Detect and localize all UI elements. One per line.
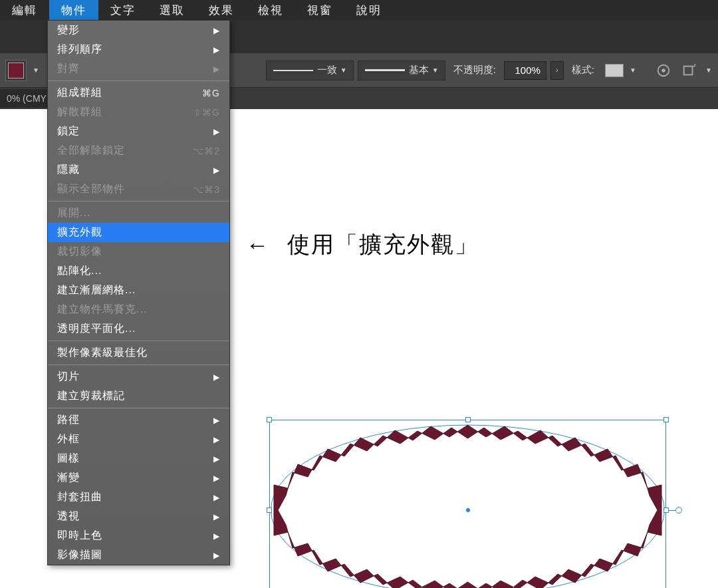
menu-item[interactable]: 排列順序▶	[48, 40, 229, 59]
menu-edit[interactable]: 編輯	[0, 0, 49, 20]
menu-item: 顯示全部物件⌥⌘3	[48, 180, 229, 199]
menu-separator	[48, 365, 229, 365]
menu-help[interactable]: 說明	[344, 0, 394, 20]
menu-item-label: 圖樣	[57, 452, 213, 466]
opacity-label: 不透明度:	[453, 64, 496, 76]
top-menubar: 編輯 物件 文字 選取 效果 檢視 視窗 說明	[0, 0, 718, 20]
menu-item-label: 即時上色	[57, 529, 213, 543]
stroke-profile-label: 一致	[317, 64, 337, 76]
menu-item: 對齊▶	[48, 59, 229, 78]
resize-handle-ml[interactable]	[267, 508, 272, 513]
stroke-profile-dropdown[interactable]: 一致 ▼	[266, 61, 354, 80]
menu-item-label: 切片	[57, 370, 213, 384]
resize-handle-tr[interactable]	[663, 417, 669, 422]
menu-item[interactable]: 擴充外觀	[48, 223, 229, 242]
menu-view[interactable]: 檢視	[246, 0, 295, 20]
submenu-arrow-icon: ▶	[213, 454, 220, 464]
submenu-arrow-icon: ▶	[213, 416, 220, 425]
menu-item[interactable]: 影像描圖▶	[48, 545, 229, 565]
chevron-down-icon: ▼	[338, 63, 349, 78]
menu-item-label: 鎖定	[57, 124, 213, 138]
rotate-handle[interactable]	[675, 507, 682, 514]
stroke-type-label: 基本	[409, 64, 429, 76]
menu-item-label: 外框	[57, 432, 213, 446]
submenu-arrow-icon: ▶	[213, 166, 220, 175]
menu-select[interactable]: 選取	[148, 0, 197, 20]
submenu-arrow-icon: ▶	[213, 372, 220, 382]
menu-item-label: 建立物件馬賽克...	[57, 303, 220, 317]
menu-item-label: 隱藏	[57, 163, 213, 177]
submenu-arrow-icon: ▶	[213, 435, 220, 444]
menu-item-label: 展開...	[57, 206, 220, 220]
menu-item-label: 封套扭曲	[57, 490, 213, 504]
menu-item: 建立物件馬賽克...	[48, 300, 229, 319]
menu-item[interactable]: 製作像素級最佳化	[48, 343, 229, 363]
menu-item[interactable]: 隱藏▶	[48, 160, 229, 180]
menu-item[interactable]: 封套扭曲▶	[48, 488, 229, 507]
menu-item[interactable]: 漸變▶	[48, 468, 229, 488]
menu-item-label: 製作像素級最佳化	[57, 346, 220, 360]
selection-rect	[269, 420, 666, 588]
menu-item-label: 漸變	[57, 471, 213, 485]
graphic-style-swatch[interactable]	[605, 64, 624, 77]
menu-item-label: 點陣化...	[57, 264, 220, 278]
svg-rect-2	[684, 66, 693, 74]
menu-item[interactable]: 透明度平面化...	[48, 319, 229, 339]
document-tab-partial[interactable]: 0% (CMY	[0, 89, 53, 108]
menu-window[interactable]: 視窗	[295, 0, 344, 20]
menu-item[interactable]: 外框▶	[48, 430, 229, 449]
selection-center-icon	[466, 508, 470, 512]
chevron-down-icon[interactable]: ▼	[628, 63, 638, 78]
menu-separator	[48, 80, 229, 81]
recolor-artwork-icon[interactable]	[653, 60, 674, 81]
submenu-arrow-icon: ▶	[213, 45, 220, 55]
submenu-arrow-icon: ▶	[213, 551, 220, 560]
resize-handle-mr[interactable]	[663, 508, 669, 513]
menu-item-label: 全部解除鎖定	[57, 144, 193, 158]
menu-item-shortcut: ⌘G	[202, 88, 220, 98]
menu-item[interactable]: 路徑▶	[48, 410, 229, 430]
menu-type[interactable]: 文字	[98, 0, 148, 20]
menu-item: 裁切影像	[48, 242, 229, 261]
style-label: 樣式:	[572, 64, 594, 76]
document-setup-icon[interactable]	[678, 60, 699, 81]
submenu-arrow-icon: ▶	[213, 127, 220, 136]
menu-item[interactable]: 鎖定▶	[48, 122, 229, 141]
annotation-text: 使用「擴充外觀」	[287, 229, 479, 260]
menu-item-label: 變形	[57, 23, 213, 37]
resize-handle-tl[interactable]	[267, 417, 272, 422]
menu-item-label: 解散群組	[57, 105, 193, 119]
menu-object[interactable]: 物件	[49, 0, 98, 20]
menu-item[interactable]: 透視▶	[48, 507, 229, 526]
menu-item[interactable]: 建立剪裁標記	[48, 386, 229, 406]
fill-swatch-icon	[8, 63, 24, 78]
opacity-input[interactable]	[504, 61, 546, 80]
fill-dropdown-chevron[interactable]: ▼	[31, 63, 41, 78]
menu-item[interactable]: 切片▶	[48, 367, 229, 386]
menu-item[interactable]: 組成群組⌘G	[48, 83, 229, 102]
opacity-step-arrow[interactable]: ›	[550, 61, 564, 80]
arrow-left-icon: ←	[246, 233, 270, 256]
submenu-arrow-icon: ▶	[213, 493, 220, 502]
menu-item[interactable]: 圖樣▶	[48, 449, 229, 468]
stroke-type-dropdown[interactable]: 基本 ▼	[358, 61, 445, 80]
resize-handle-tc[interactable]	[465, 417, 471, 422]
menu-item[interactable]: 點陣化...	[48, 261, 229, 281]
submenu-arrow-icon: ▶	[213, 512, 220, 521]
menu-item: 解散群組⇧⌘G	[48, 102, 229, 122]
menu-item-label: 組成群組	[57, 86, 202, 100]
menu-separator	[48, 341, 229, 341]
menu-separator	[48, 201, 229, 202]
submenu-arrow-icon: ▶	[213, 531, 220, 541]
menu-item-label: 裁切影像	[57, 245, 220, 259]
menu-item[interactable]: 即時上色▶	[48, 526, 229, 545]
selection-bounding-box[interactable]	[269, 420, 666, 588]
chevron-down-icon[interactable]: ▼	[703, 63, 714, 78]
menu-item[interactable]: 建立漸層網格...	[48, 281, 229, 300]
fill-color-swatch[interactable]	[5, 60, 27, 81]
menu-item-label: 透明度平面化...	[57, 322, 220, 336]
menu-separator	[48, 408, 229, 408]
menu-item[interactable]: 變形▶	[48, 21, 229, 40]
menu-item-label: 排列順序	[57, 43, 213, 57]
menu-effect[interactable]: 效果	[197, 0, 246, 20]
